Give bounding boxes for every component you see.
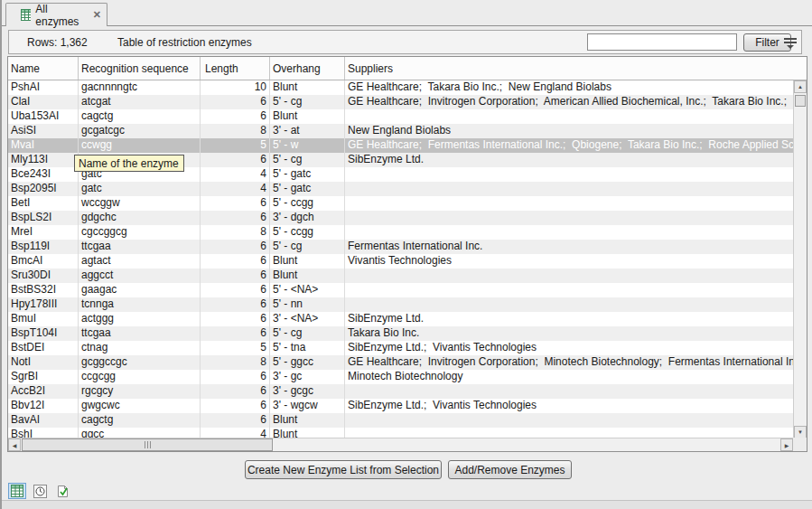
element-info-view-icon[interactable] bbox=[53, 483, 71, 499]
cell-length: 5 bbox=[201, 138, 270, 153]
cell-name: BmcAI bbox=[8, 254, 79, 269]
cell-overhang: Blunt bbox=[270, 80, 345, 95]
table-row[interactable]: AccB2I rgcgcy 6 3' - gcgc bbox=[8, 384, 793, 399]
create-new-enzyme-list-button[interactable]: Create New Enzyme List from Selection bbox=[245, 460, 442, 479]
filter-expand-icon[interactable] bbox=[782, 36, 798, 50]
scroll-right-arrow-icon[interactable]: ▶ bbox=[780, 438, 793, 451]
table-row[interactable]: MvaI ccwgg 5 5' - w GE Healthcare; Ferme… bbox=[8, 138, 793, 153]
table-toolbar: Rows: 1,362 Table of restriction enzymes… bbox=[8, 30, 802, 54]
cell-overhang: 5' - cg bbox=[270, 240, 345, 254]
table-row[interactable]: BstBS32I gaagac 6 5' - <NA> bbox=[8, 283, 793, 297]
cell-length: 6 bbox=[201, 283, 270, 297]
table-row[interactable]: SgrBI ccgcgg 6 3' - gc Minotech Biotechn… bbox=[8, 370, 793, 384]
cell-recognition-sequence: cagctg bbox=[79, 413, 201, 428]
table-row[interactable]: PshAI gacnnnngtc 10 Blunt GE Healthcare;… bbox=[8, 80, 793, 95]
column-header-suppliers[interactable]: Suppliers bbox=[345, 57, 807, 80]
table-row[interactable]: MreI cgccggcg 8 5' - ccgg bbox=[8, 225, 793, 240]
view-mode-bar bbox=[8, 483, 71, 499]
status-bar bbox=[2, 500, 812, 509]
cell-recognition-sequence: gwgcwc bbox=[79, 399, 201, 413]
cell-suppliers bbox=[345, 269, 793, 283]
cell-recognition-sequence: wccggw bbox=[79, 196, 201, 211]
table-row[interactable]: BmcAI agtact 6 Blunt Vivantis Technologi… bbox=[8, 254, 793, 269]
horizontal-scrollbar[interactable]: ◀ ▶ bbox=[8, 438, 793, 451]
history-view-icon[interactable] bbox=[31, 483, 49, 499]
table-row[interactable]: AsiSI gcgatcgc 8 3' - at New England Bio… bbox=[8, 124, 793, 138]
cell-length: 6 bbox=[201, 240, 270, 254]
cell-overhang: 5' - tna bbox=[270, 341, 345, 355]
cell-length: 6 bbox=[201, 153, 270, 167]
table-body: PshAI gacnnnngtc 10 Blunt GE Healthcare;… bbox=[8, 80, 793, 438]
cell-overhang: 3' - wgcw bbox=[270, 399, 345, 413]
rows-count-label: Rows: 1,362 bbox=[27, 36, 88, 49]
cell-suppliers bbox=[345, 167, 793, 182]
table-row[interactable]: Bsp119I ttcgaa 6 5' - cg Fermentas Inter… bbox=[8, 240, 793, 254]
table-row[interactable]: BavAI cagctg 6 Blunt bbox=[8, 413, 793, 428]
cell-recognition-sequence: actggg bbox=[79, 312, 201, 326]
cell-name: Hpy178III bbox=[8, 297, 79, 312]
cell-overhang: Blunt bbox=[270, 254, 345, 269]
cell-name: Bce243I bbox=[8, 167, 79, 182]
cell-suppliers: SibEnzyme Ltd.; Vivantis Technologies bbox=[345, 399, 793, 413]
vertical-scrollbar[interactable]: ▲ ▼ bbox=[793, 80, 807, 438]
scroll-down-arrow-icon[interactable]: ▼ bbox=[794, 426, 807, 438]
cell-recognition-sequence: ttcgaa bbox=[79, 240, 201, 254]
column-header-overhang[interactable]: Overhang bbox=[270, 57, 345, 80]
cell-suppliers bbox=[345, 182, 793, 196]
cell-name: BspT104I bbox=[8, 326, 79, 341]
add-remove-enzymes-button[interactable]: Add/Remove Enzymes bbox=[448, 460, 572, 479]
cell-recognition-sequence: ttcgaa bbox=[79, 326, 201, 341]
cell-length: 8 bbox=[201, 225, 270, 240]
cell-name: Sru30DI bbox=[8, 269, 79, 283]
column-header-name[interactable]: Name bbox=[8, 57, 79, 80]
table-row[interactable]: BmuI actggg 6 3' - <NA> SibEnzyme Ltd. bbox=[8, 312, 793, 326]
cell-length: 8 bbox=[201, 124, 270, 138]
table-row[interactable]: Bsp2095I gatc 4 5' - gatc bbox=[8, 182, 793, 196]
cell-recognition-sequence: atcgat bbox=[79, 95, 201, 109]
table-row[interactable]: Uba153AI cagctg 6 Blunt bbox=[8, 109, 793, 124]
scroll-up-arrow-icon[interactable]: ▲ bbox=[794, 80, 807, 93]
cell-suppliers bbox=[345, 109, 793, 124]
cell-length: 10 bbox=[201, 80, 270, 95]
cell-suppliers: Vivantis Technologies bbox=[345, 254, 793, 269]
cell-suppliers bbox=[345, 283, 793, 297]
tab-bar: All enzymes ✕ bbox=[2, 0, 812, 26]
filter-input[interactable] bbox=[587, 33, 737, 51]
close-icon[interactable]: ✕ bbox=[93, 9, 101, 21]
cell-length: 6 bbox=[201, 413, 270, 428]
table-row[interactable]: NotI gcggccgc 8 5' - ggcc GE Healthcare;… bbox=[8, 355, 793, 370]
cell-length: 6 bbox=[201, 312, 270, 326]
vertical-scrollbar-thumb[interactable] bbox=[795, 95, 806, 107]
cell-name: MvaI bbox=[8, 138, 79, 153]
cell-recognition-sequence: agtact bbox=[79, 254, 201, 269]
cell-overhang: 5' - ccgg bbox=[270, 225, 345, 240]
cell-length: 6 bbox=[201, 196, 270, 211]
cell-name: BspLS2I bbox=[8, 211, 79, 225]
cell-length: 6 bbox=[201, 370, 270, 384]
column-header-recognition-sequence[interactable]: Recognition sequence bbox=[79, 57, 201, 80]
scroll-left-arrow-icon[interactable]: ◀ bbox=[8, 438, 21, 451]
horizontal-scrollbar-thumb[interactable] bbox=[22, 438, 273, 451]
cell-name: NotI bbox=[8, 355, 79, 370]
cell-overhang: Blunt bbox=[270, 269, 345, 283]
cell-length: 6 bbox=[201, 297, 270, 312]
table-icon bbox=[21, 9, 31, 21]
table-view-icon[interactable] bbox=[8, 483, 26, 499]
tab-all-enzymes[interactable]: All enzymes ✕ bbox=[5, 3, 107, 26]
cell-recognition-sequence: gacnnnngtc bbox=[79, 80, 201, 95]
cell-suppliers: Minotech Biotechnology bbox=[345, 370, 793, 384]
table-row[interactable]: ClaI atcgat 6 5' - cg GE Healthcare; Inv… bbox=[8, 95, 793, 109]
table-row[interactable]: Bbv12I gwgcwc 6 3' - wgcw SibEnzyme Ltd.… bbox=[8, 399, 793, 413]
table-row[interactable]: Hpy178III tcnnga 6 5' - nn bbox=[8, 297, 793, 312]
cell-overhang: 3' - gc bbox=[270, 370, 345, 384]
cell-name: AsiSI bbox=[8, 124, 79, 138]
cell-length: 6 bbox=[201, 326, 270, 341]
table-row[interactable]: BstDEI ctnag 5 5' - tna SibEnzyme Ltd.; … bbox=[8, 341, 793, 355]
cell-overhang: 3' - gcgc bbox=[270, 384, 345, 399]
cell-length: 5 bbox=[201, 341, 270, 355]
table-row[interactable]: Sru30DI aggcct 6 Blunt bbox=[8, 269, 793, 283]
table-row[interactable]: BspT104I ttcgaa 6 5' - cg Takara Bio Inc… bbox=[8, 326, 793, 341]
table-row[interactable]: BetI wccggw 6 5' - ccgg bbox=[8, 196, 793, 211]
column-header-length[interactable]: Length bbox=[201, 57, 270, 80]
table-row[interactable]: BspLS2I gdgchc 6 3' - dgch bbox=[8, 211, 793, 225]
